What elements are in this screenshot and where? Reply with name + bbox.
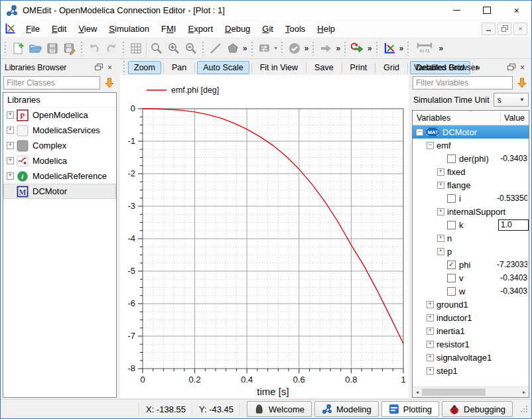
grid-button[interactable]	[127, 40, 145, 57]
toolbar-handle[interactable]	[80, 41, 84, 56]
line-shape-button[interactable]	[207, 40, 224, 57]
toolbar-handle[interactable]	[344, 41, 347, 56]
variable-checkbox[interactable]: ✓	[447, 261, 456, 269]
expander-icon[interactable]: +	[427, 354, 434, 361]
perspective-plotting-button[interactable]: Plotting	[381, 401, 439, 417]
filter-options-button[interactable]	[515, 76, 529, 90]
toolbar-handle[interactable]	[407, 41, 410, 56]
check-model-button[interactable]	[286, 40, 303, 57]
perspective-welcome-button[interactable]: Welcome	[247, 401, 312, 417]
simulate-button[interactable]	[317, 40, 334, 57]
simulation-interval-button[interactable]: to t1	[412, 40, 437, 57]
menu-item-view[interactable]: View	[72, 22, 103, 36]
variable-checkbox[interactable]	[447, 154, 456, 163]
variable-row-n[interactable]: +n	[413, 231, 529, 245]
variable-row-phi[interactable]: +✓phi-7.23033	[413, 258, 529, 271]
perspective-modeling-button[interactable]: Modeling	[314, 401, 379, 417]
scroll-right-icon[interactable]: ▸	[519, 389, 529, 395]
value-column-header[interactable]: Value	[504, 113, 525, 123]
save-button[interactable]	[44, 40, 61, 57]
menu-item-file[interactable]: File	[20, 22, 46, 36]
variable-row-ground1[interactable]: +ground1	[413, 298, 529, 311]
menu-item-fmi[interactable]: FMI	[155, 22, 182, 36]
resize-grip[interactable]	[521, 406, 528, 413]
menu-item-export[interactable]: Export	[182, 22, 219, 36]
menu-item-edit[interactable]: Edit	[46, 22, 72, 36]
toolbar-handle[interactable]	[202, 41, 205, 56]
variable-row-internalsupport[interactable]: +internalSupport	[413, 205, 529, 218]
perspective-debugging-button[interactable]: Debugging	[442, 401, 513, 417]
expander-icon[interactable]: +	[7, 157, 14, 164]
library-item-openmodelica[interactable]: +POpenModelica	[3, 107, 116, 123]
menu-item-debug[interactable]: Debug	[219, 22, 256, 36]
expander-icon[interactable]: +	[427, 367, 434, 375]
transition-dropdown-caret[interactable]: ▾	[273, 45, 279, 51]
variable-row-i[interactable]: +i-0.53350	[413, 192, 529, 205]
filter-options-button[interactable]	[103, 76, 116, 90]
zoom-in-button[interactable]	[165, 40, 182, 57]
polygon-shape-button[interactable]	[224, 40, 241, 57]
mdi-close-button[interactable]: ×	[513, 23, 527, 35]
expander-icon[interactable]: +	[7, 111, 14, 119]
menu-item-git[interactable]: Git	[256, 22, 279, 36]
toolbar-handle[interactable]	[312, 41, 315, 56]
expander-icon[interactable]: +	[437, 182, 444, 189]
library-item-modelicareference[interactable]: +iModelicaReference	[3, 168, 116, 184]
plot-area[interactable]: 00.20.40.60.810-1-2-3-4-5-6-7-8time [s]e…	[120, 75, 409, 398]
plot-tool-grid[interactable]: Grid	[377, 61, 405, 74]
float-panel-button[interactable]	[505, 62, 517, 72]
expander-icon[interactable]: −	[416, 129, 423, 136]
expander-icon[interactable]: +	[427, 314, 434, 322]
variable-row-emf[interactable]: −emf	[413, 139, 529, 152]
plot-tool-fit-in-view[interactable]: Fit in View	[254, 61, 304, 74]
toolbar-overflow-chevron[interactable]: »	[366, 44, 373, 53]
column-divider[interactable]	[500, 112, 501, 123]
mdi-minimize-button[interactable]	[482, 23, 496, 35]
expander-icon[interactable]: +	[427, 301, 434, 308]
mdi-restore-button[interactable]	[498, 23, 511, 35]
variable-row-der-phi-[interactable]: +der(phi)-0.3403	[413, 152, 529, 165]
variable-row-flange[interactable]: +flange	[413, 178, 529, 192]
variable-checkbox[interactable]	[447, 274, 456, 282]
expander-icon[interactable]: +	[7, 172, 14, 180]
toolbar-handle[interactable]	[281, 41, 284, 56]
variable-checkbox[interactable]	[447, 221, 456, 229]
variable-row-w[interactable]: +w-0.3403	[413, 284, 529, 298]
expander-icon[interactable]: +	[437, 208, 444, 215]
horizontal-scrollbar[interactable]: ◂ ▸	[413, 387, 529, 397]
library-item-modelicaservices[interactable]: +ModelicaServices	[3, 123, 116, 138]
close-panel-button[interactable]: ×	[517, 62, 528, 72]
toolbar-handle[interactable]	[375, 41, 379, 56]
variable-row-signalvoltage1[interactable]: +signalvoltage1	[413, 351, 529, 364]
expander-icon[interactable]: +	[427, 341, 434, 348]
window-maximize-button[interactable]	[472, 1, 501, 20]
variable-row-p[interactable]: +p	[413, 245, 529, 258]
library-item-modelica[interactable]: +Modelica	[3, 153, 116, 168]
undo-button[interactable]	[86, 40, 103, 57]
expander-icon[interactable]: +	[437, 168, 444, 176]
re-simulate-button[interactable]	[349, 40, 366, 57]
toolbar-handle[interactable]	[123, 60, 126, 75]
variable-row-step1[interactable]: +step1	[413, 364, 529, 377]
variable-row-inertia1[interactable]: +inertia1	[413, 324, 529, 337]
variable-row-dcmotor[interactable]: −MATDCMotor	[413, 125, 529, 139]
variable-row-k[interactable]: +k1.0	[413, 218, 529, 231]
plot-window-button[interactable]	[381, 40, 398, 57]
filter-variables-input[interactable]	[413, 76, 513, 90]
transition-mode-button[interactable]	[256, 40, 273, 57]
variable-value-input[interactable]: 1.0	[498, 219, 529, 231]
menu-item-simulation[interactable]: Simulation	[103, 22, 155, 36]
window-close-button[interactable]: ×	[501, 1, 531, 20]
open-model-button[interactable]	[27, 40, 44, 57]
variable-checkbox[interactable]	[447, 194, 456, 203]
menu-item-help[interactable]: Help	[311, 22, 341, 36]
new-model-button[interactable]	[9, 40, 27, 57]
toolbar-overflow-chevron[interactable]: »	[241, 44, 249, 53]
expander-icon[interactable]: +	[7, 127, 14, 134]
library-item-dcmotor[interactable]: +MDCMotor	[3, 184, 116, 199]
expander-icon[interactable]: −	[427, 142, 434, 149]
expander-icon[interactable]: +	[437, 235, 444, 242]
plot-tool-save[interactable]: Save	[308, 61, 340, 74]
scroll-left-icon[interactable]: ◂	[413, 389, 422, 395]
variable-row-v[interactable]: +v-0.3403	[413, 271, 529, 284]
